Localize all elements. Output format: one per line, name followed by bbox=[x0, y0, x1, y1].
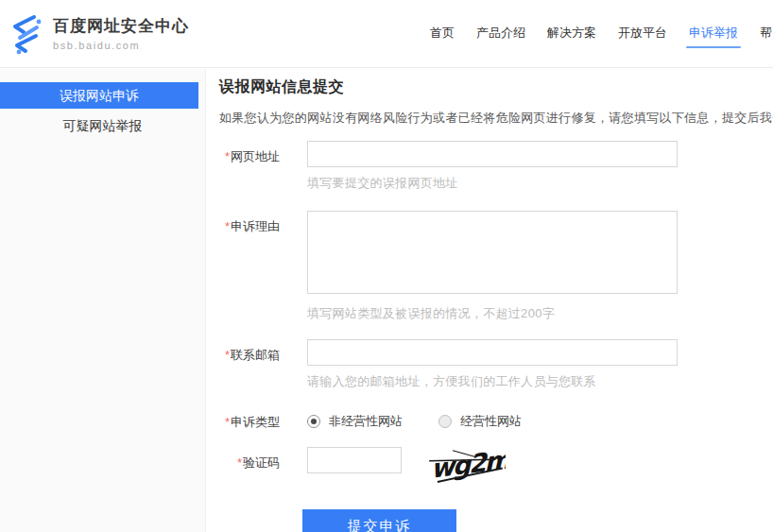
sidebar-item-suspicious-report[interactable]: 可疑网站举报 bbox=[0, 112, 205, 139]
form-row-appeal-type: *申诉类型 非经营性网站 经营性网站 bbox=[219, 412, 773, 431]
radio-option-noncommercial[interactable]: 非经营性网站 bbox=[307, 413, 403, 430]
reason-hint: 填写网站类型及被误报的情况，不超过200字 bbox=[307, 305, 678, 322]
form-row-reason: *申诉理由 填写网站类型及被误报的情况，不超过200字 bbox=[219, 211, 773, 322]
url-field: 填写要提交的误报网页地址 bbox=[307, 141, 678, 192]
appeal-type-label: *申诉类型 bbox=[219, 412, 280, 431]
form-row-email: *联系邮箱 请输入您的邮箱地址，方便我们的工作人员与您联系 bbox=[219, 339, 773, 390]
appeal-form: *网页地址 填写要提交的误报网页地址 *申诉理由 填写网站类型及被误报的情况，不… bbox=[219, 141, 773, 532]
brand-text: 百度网址安全中心 bsb.baidu.com bbox=[53, 12, 189, 51]
url-input[interactable] bbox=[307, 141, 678, 167]
brand-title: 百度网址安全中心 bbox=[53, 15, 189, 37]
captcha-field: wg2m bbox=[307, 447, 506, 485]
reason-field: 填写网站类型及被误报的情况，不超过200字 bbox=[307, 211, 678, 322]
brand-domain: bsb.baidu.com bbox=[53, 40, 189, 51]
brand[interactable]: 百度网址安全中心 bsb.baidu.com bbox=[8, 12, 189, 56]
appeal-type-options: 非经营性网站 经营性网站 bbox=[307, 412, 522, 430]
header: 百度网址安全中心 bsb.baidu.com 首页 产品介绍 解决方案 开放平台… bbox=[0, 0, 773, 68]
nav-item-products[interactable]: 产品介绍 bbox=[476, 26, 525, 40]
nav-item-home[interactable]: 首页 bbox=[430, 26, 455, 40]
required-mark: * bbox=[237, 455, 242, 470]
radio-commercial-label[interactable]: 经营性网站 bbox=[460, 413, 522, 430]
sidebar-item-misreport-appeal[interactable]: 误报网站申诉 bbox=[0, 82, 198, 109]
baidu-security-logo-icon bbox=[8, 12, 43, 56]
url-label: *网页地址 bbox=[219, 141, 280, 165]
radio-noncommercial-label[interactable]: 非经营性网站 bbox=[329, 413, 403, 430]
captcha-image[interactable]: wg2m bbox=[428, 445, 506, 485]
radio-selected-icon[interactable] bbox=[307, 415, 320, 428]
svg-text:wg2m: wg2m bbox=[431, 445, 506, 484]
page-description: 如果您认为您的网站没有网络风险行为或者已经将危险网页进行修复，请您填写以下信息，… bbox=[219, 110, 773, 127]
required-mark: * bbox=[225, 149, 230, 163]
captcha-label: *验证码 bbox=[219, 447, 280, 472]
captcha-input[interactable] bbox=[307, 447, 402, 473]
reason-textarea[interactable] bbox=[307, 211, 678, 294]
radio-option-commercial[interactable]: 经营性网站 bbox=[438, 413, 522, 430]
nav-item-open-platform[interactable]: 开放平台 bbox=[618, 26, 667, 40]
radio-unselected-icon[interactable] bbox=[438, 415, 452, 428]
reason-label: *申诉理由 bbox=[219, 211, 280, 235]
sidebar: 误报网站申诉 可疑网站举报 bbox=[0, 69, 206, 532]
url-hint: 填写要提交的误报网页地址 bbox=[307, 175, 678, 192]
nav-item-appeal-report[interactable]: 申诉举报 bbox=[689, 26, 738, 40]
required-mark: * bbox=[225, 415, 230, 429]
nav-item-help[interactable]: 帮 bbox=[760, 26, 772, 40]
email-input[interactable] bbox=[307, 339, 678, 366]
main-content: 误报网站信息提交 如果您认为您的网站没有网络风险行为或者已经将危险网页进行修复，… bbox=[207, 69, 773, 532]
form-row-captcha: *验证码 wg2m bbox=[219, 447, 773, 485]
email-label: *联系邮箱 bbox=[219, 339, 280, 364]
nav-item-solutions[interactable]: 解决方案 bbox=[547, 26, 596, 40]
page-title: 误报网站信息提交 bbox=[219, 77, 773, 97]
form-row-url: *网页地址 填写要提交的误报网页地址 bbox=[219, 141, 773, 192]
required-mark: * bbox=[225, 219, 230, 233]
main-nav: 首页 产品介绍 解决方案 开放平台 申诉举报 帮 bbox=[430, 26, 773, 40]
submit-appeal-button[interactable]: 提交申诉 bbox=[302, 509, 456, 532]
required-mark: * bbox=[225, 348, 230, 362]
email-field: 请输入您的邮箱地址，方便我们的工作人员与您联系 bbox=[307, 339, 678, 390]
email-hint: 请输入您的邮箱地址，方便我们的工作人员与您联系 bbox=[307, 373, 678, 390]
